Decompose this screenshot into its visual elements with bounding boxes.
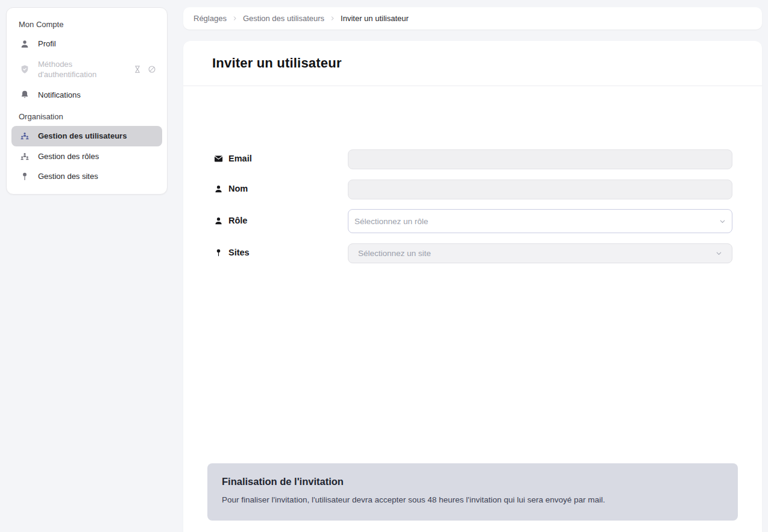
sidebar-item-label: Méthodes d'authentification — [38, 59, 125, 80]
role-select[interactable]: Sélectionnez un rôle — [348, 209, 732, 233]
bell-icon — [20, 90, 30, 99]
sites-label: Sites — [214, 248, 250, 257]
form-row-nom: Nom — [183, 180, 762, 199]
user-icon — [20, 39, 30, 49]
breadcrumb-reglages[interactable]: Réglages — [194, 14, 227, 23]
breadcrumb-gestion-utilisateurs[interactable]: Gestion des utilisateurs — [243, 14, 324, 23]
email-field[interactable] — [348, 149, 732, 169]
chevron-right-icon — [330, 16, 335, 21]
sidebar-item-label: Gestion des sites — [38, 171, 98, 182]
email-label: Email — [214, 154, 252, 163]
notice-body: Pour finaliser l'invitation, l'utilisate… — [222, 495, 723, 504]
settings-sidebar: Mon Compte Profil Méthodes d'authentific… — [6, 7, 168, 195]
breadcrumb: Réglages Gestion des utilisateurs Invite… — [183, 7, 762, 30]
status-icons — [133, 65, 156, 74]
sidebar-item-label: Gestion des rôles — [38, 151, 99, 162]
form-row-email: Email — [183, 149, 762, 169]
sidebar-item-methodes-authentification: Méthodes d'authentification — [11, 54, 162, 85]
chevron-down-icon — [716, 250, 722, 257]
ban-icon — [148, 65, 156, 74]
panel-header: Inviter un utilisateur — [183, 41, 762, 86]
nom-field[interactable] — [348, 180, 732, 199]
invite-user-panel: Inviter un utilisateur Email Nom — [183, 41, 762, 532]
sidebar-item-label: Profil — [38, 39, 56, 49]
invitation-notice: Finalisation de l'invitation Pour finali… — [207, 463, 738, 521]
hourglass-icon — [133, 65, 142, 74]
sidebar-item-gestion-roles[interactable]: Gestion des rôles — [11, 146, 162, 167]
pin-icon — [20, 172, 30, 181]
users-icon — [20, 131, 30, 141]
role-select-placeholder: Sélectionnez un rôle — [354, 217, 428, 226]
users-icon — [20, 152, 30, 161]
sidebar-section-organisation: Organisation — [9, 105, 165, 126]
sites-select[interactable]: Sélectionnez un site — [348, 243, 732, 263]
form-row-sites: Sites Sélectionnez un site — [183, 243, 762, 263]
user-icon — [214, 216, 223, 225]
mail-icon — [214, 154, 223, 163]
sites-select-placeholder: Sélectionnez un site — [358, 249, 431, 258]
sidebar-item-label: Gestion des utilisateurs — [38, 131, 127, 142]
sidebar-item-gestion-sites[interactable]: Gestion des sites — [11, 166, 162, 187]
role-label: Rôle — [214, 216, 247, 225]
breadcrumb-current-page: Inviter un utilisateur — [341, 14, 409, 23]
pin-icon — [214, 248, 223, 257]
chevron-down-icon — [719, 218, 726, 225]
page-title: Inviter un utilisateur — [212, 55, 342, 71]
invite-user-form: Email Nom Rôle Sélectionnez un rôle — [183, 86, 762, 532]
sidebar-item-notifications[interactable]: Notifications — [11, 85, 162, 105]
shield-check-icon — [20, 64, 30, 74]
user-icon — [214, 184, 223, 193]
nom-label: Nom — [214, 184, 248, 193]
sidebar-section-account: Mon Compte — [9, 13, 165, 34]
sidebar-item-gestion-utilisateurs[interactable]: Gestion des utilisateurs — [11, 126, 162, 146]
notice-title: Finalisation de l'invitation — [222, 476, 723, 487]
sidebar-item-label: Notifications — [38, 90, 81, 101]
chevron-right-icon — [232, 16, 238, 21]
form-row-role: Rôle Sélectionnez un rôle — [183, 209, 762, 233]
sidebar-item-profil[interactable]: Profil — [11, 34, 162, 54]
